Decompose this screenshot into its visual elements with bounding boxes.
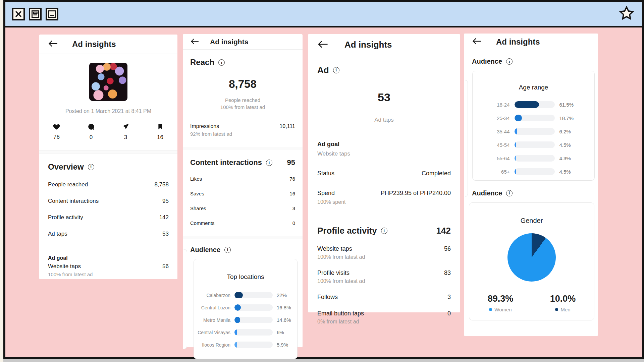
bar-fill: [515, 128, 517, 135]
close-button[interactable]: [12, 8, 25, 20]
info-icon[interactable]: [266, 160, 272, 166]
audience-heading: Audience: [472, 189, 502, 197]
bar-label: Central Visayas: [197, 330, 230, 335]
stat-label: People reached: [48, 181, 88, 188]
bar-track: [234, 342, 273, 348]
bookmark-icon: [157, 126, 163, 131]
bar-fill: [234, 329, 237, 336]
panel2-header: Ad insights: [183, 34, 303, 50]
bar-fill: [515, 101, 539, 108]
top-locations-card[interactable]: Top locations Calabarzon 22% Central Luz…: [194, 259, 298, 359]
status-row: Status Completed: [317, 170, 451, 177]
stat-value: 16: [289, 191, 295, 196]
gender-legend: 89.3% Women 10.0% Men: [469, 294, 594, 312]
stat-row: Ad taps 53: [48, 231, 169, 237]
legend-men: 10.0% Men: [532, 294, 594, 312]
stat-row: Profile activity 142: [48, 214, 169, 221]
chart-title: Top locations: [194, 273, 297, 281]
status-label: Status: [317, 170, 334, 177]
chart-title: Age range: [473, 84, 594, 91]
stat-row: Content interactions 95: [48, 198, 169, 204]
gender-card[interactable]: Gender 89.3% Women 10.0% Men: [469, 202, 594, 320]
gender-pie-chart: [507, 233, 556, 282]
window-titlebar: [5, 2, 642, 27]
engagement-row: 76 0 3 16: [39, 123, 177, 141]
stat-value: 56: [444, 245, 451, 252]
comment-icon: [88, 126, 95, 131]
audience-heading-row: Audience: [183, 239, 303, 254]
arrow-left-icon: [472, 37, 482, 46]
ad-taps-caption: Ad taps: [308, 117, 460, 123]
section-divider: [183, 236, 303, 239]
back-button[interactable]: [190, 38, 199, 46]
impressions-sub: 92% from latest ad: [190, 131, 295, 137]
info-icon[interactable]: [218, 59, 225, 66]
bar-fill: [515, 141, 516, 148]
favorite-button[interactable]: [618, 5, 635, 23]
stat-label: Website taps: [317, 245, 352, 252]
overview-heading-row: Overview: [39, 154, 177, 172]
bar-track: [515, 155, 555, 162]
back-button[interactable]: [48, 40, 58, 49]
panel1-header: Ad insights: [39, 35, 177, 54]
men-label: Men: [560, 307, 570, 312]
back-button[interactable]: [317, 40, 328, 50]
men-dot-icon: [555, 308, 558, 311]
reach-caption: People reached: [183, 97, 303, 103]
bar-value: 4.3%: [559, 156, 578, 161]
bar-row: Central Luzon 16.8%: [194, 304, 297, 311]
info-icon[interactable]: [224, 247, 231, 253]
ad-goal-label: Website taps: [48, 263, 81, 270]
impressions-block: Impressions 10,111 92% from latest ad: [183, 123, 303, 137]
maximize-button[interactable]: [29, 8, 42, 20]
shares-count: 3: [108, 134, 143, 141]
stat-label: Comments: [190, 220, 215, 226]
carousel-previous-card-edge[interactable]: [464, 80, 468, 197]
stat-row: Comments 0: [190, 220, 295, 226]
overview-heading: Overview: [48, 162, 84, 172]
page-title: Ad insights: [344, 40, 392, 50]
audience-heading: Audience: [190, 246, 220, 254]
women-dot-icon: [489, 308, 492, 311]
status-value: Completed: [422, 170, 451, 177]
bar-value: 16.8%: [277, 305, 294, 310]
page-title: Ad insights: [210, 38, 248, 46]
carousel-previous-card-edge[interactable]: [183, 249, 187, 349]
bar-value: 61.5%: [559, 102, 578, 108]
info-icon[interactable]: [506, 190, 513, 196]
ad-goal-title: Ad goal: [317, 141, 451, 148]
page-title: Ad insights: [496, 37, 540, 47]
minimize-icon: [48, 10, 56, 18]
info-icon[interactable]: [333, 67, 339, 73]
info-icon[interactable]: [506, 58, 513, 65]
chart-title: Gender: [469, 217, 594, 225]
bar-value: 5.9%: [277, 342, 294, 348]
minimize-button[interactable]: [46, 8, 58, 20]
bar-fill: [515, 155, 516, 162]
info-icon[interactable]: [88, 164, 94, 170]
ad-insights-audience-panel: Ad insights Audience Age range 18-24 61.…: [464, 34, 598, 336]
bar-track: [234, 292, 273, 298]
ad-heading-row: Ad: [308, 55, 460, 75]
spend-value: PHP239.95 of PHP240.00: [381, 190, 451, 197]
back-button[interactable]: [472, 37, 482, 46]
heart-icon: [53, 125, 60, 131]
age-range-card[interactable]: Age range 18-24 61.5% 25-34 18.7% 35-44: [472, 71, 595, 181]
ad-goal-title: Ad goal: [48, 255, 169, 261]
spend-row: Spend PHP239.95 of PHP240.00: [317, 190, 451, 197]
ad-goal-sub: 100% from latest ad: [48, 272, 169, 277]
content-interaction-rows: Likes 76 Saves 16 Shares 3 Comments 0: [183, 176, 303, 226]
reach-heading: Reach: [190, 58, 214, 67]
stat-sub: 100% from latest ad: [317, 278, 451, 284]
bar-fill: [234, 292, 243, 298]
info-icon[interactable]: [381, 228, 387, 234]
bar-value: 6%: [277, 329, 294, 335]
ad-heading: Ad: [317, 65, 329, 75]
stat-label: Profile visits: [317, 269, 350, 277]
bar-value: 22%: [277, 292, 294, 298]
women-label: Women: [494, 307, 512, 312]
arrow-left-icon: [317, 40, 328, 50]
ad-post-thumbnail[interactable]: [89, 63, 127, 101]
impressions-row: Impressions 10,111: [190, 123, 295, 129]
age-range-bars: 18-24 61.5% 25-34 18.7% 35-44 6.2%: [473, 101, 594, 175]
